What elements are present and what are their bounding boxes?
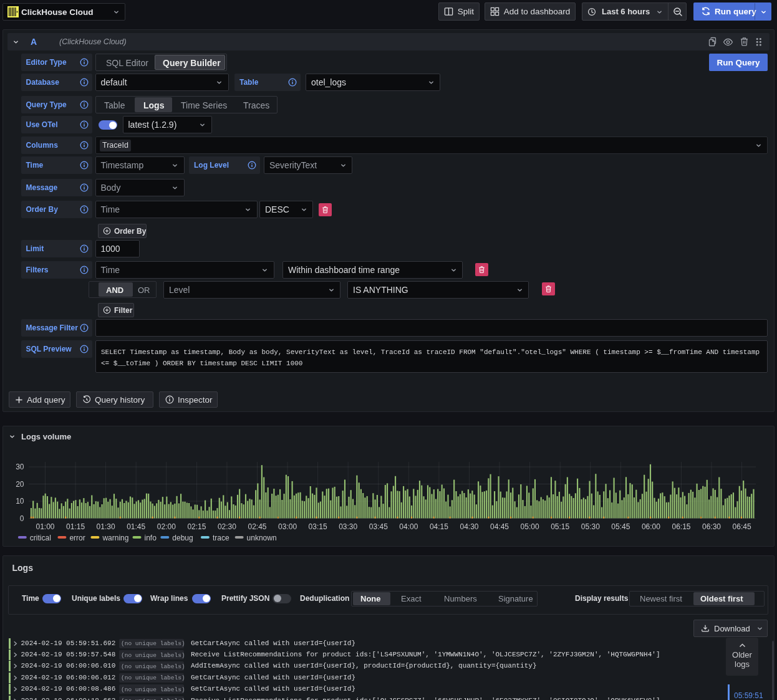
svg-text:trace: trace [213,534,229,542]
svg-text:01:15: 01:15 [66,522,85,531]
svg-text:06:00: 06:00 [642,522,660,531]
svg-text:30: 30 [16,463,24,471]
svg-text:info: info [145,534,157,542]
svg-text:03:30: 03:30 [339,522,357,531]
svg-text:04:00: 04:00 [399,522,418,531]
svg-text:unknown: unknown [247,534,277,542]
svg-text:debug: debug [172,534,193,542]
svg-text:02:00: 02:00 [157,522,176,531]
svg-text:error: error [69,534,85,542]
svg-text:06:45: 06:45 [733,522,751,531]
svg-text:02:45: 02:45 [248,522,266,531]
svg-text:05:15: 05:15 [551,522,569,531]
svg-text:05:00: 05:00 [521,522,539,531]
svg-text:0: 0 [20,514,24,523]
svg-text:05:45: 05:45 [611,522,630,531]
svg-text:06:15: 06:15 [672,522,690,531]
svg-text:03:15: 03:15 [309,522,327,531]
svg-text:04:45: 04:45 [490,522,509,531]
svg-text:01:30: 01:30 [97,522,115,531]
svg-text:06:30: 06:30 [702,522,721,531]
svg-text:03:45: 03:45 [369,522,388,531]
svg-text:05:30: 05:30 [581,522,600,531]
svg-text:warning: warning [102,534,128,542]
svg-text:02:30: 02:30 [218,522,236,531]
svg-text:04:30: 04:30 [460,522,478,531]
svg-text:01:00: 01:00 [36,522,54,531]
svg-text:critical: critical [30,534,51,542]
svg-text:04:15: 04:15 [430,522,448,531]
svg-text:10: 10 [16,497,24,506]
svg-text:20: 20 [16,480,24,489]
svg-text:03:00: 03:00 [278,522,297,531]
svg-text:02:15: 02:15 [187,522,206,531]
svg-text:01:45: 01:45 [127,522,145,531]
